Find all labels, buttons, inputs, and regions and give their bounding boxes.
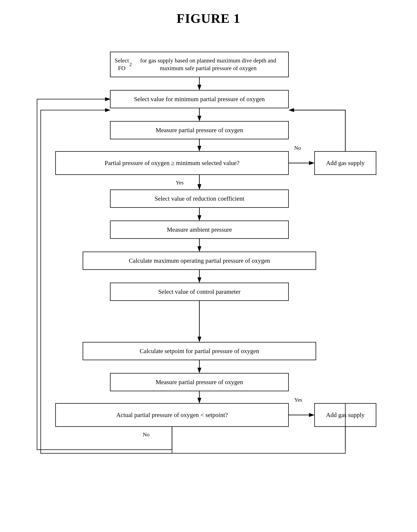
page-title: FIGURE 1 [0, 0, 417, 33]
